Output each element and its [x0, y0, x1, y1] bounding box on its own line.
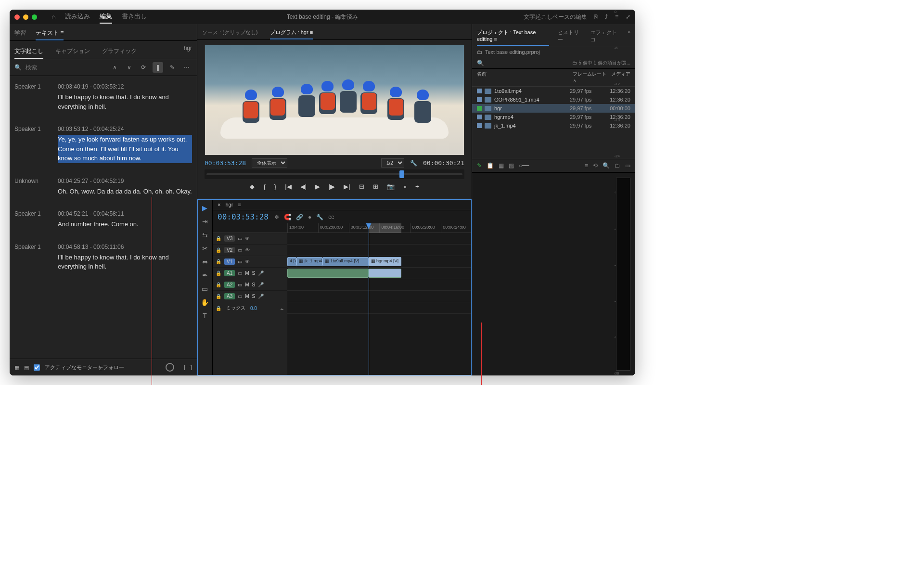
zoom-select[interactable]: 1/2	[381, 158, 404, 168]
in-out-region[interactable]	[369, 223, 402, 233]
bracket-icon[interactable]: [⋯]	[184, 364, 192, 371]
track-v2[interactable]	[287, 245, 472, 256]
play-icon[interactable]: ▶	[315, 183, 320, 190]
freeform-icon[interactable]: ▧	[509, 162, 514, 169]
timeline-timecode[interactable]: 00:03:53:28	[218, 212, 269, 221]
record-icon[interactable]	[166, 363, 174, 372]
segment-text[interactable]: I'll be happy to know that. I do know an…	[58, 253, 192, 271]
zoom-slider[interactable]: ○━━	[519, 162, 529, 169]
track-a1-header[interactable]: 🔒A1▭MS🎤	[213, 268, 287, 279]
wrench-icon[interactable]: 🔧	[410, 160, 417, 167]
view-icon-1[interactable]: ▦	[14, 364, 19, 371]
subtab-transcript[interactable]: 文字起こし	[14, 45, 43, 59]
prev-match-icon[interactable]: ∧	[109, 62, 120, 73]
tab-edit[interactable]: 編集	[100, 10, 112, 24]
subtab-caption[interactable]: キャプション	[55, 45, 90, 59]
link-icon[interactable]: 🔗	[296, 214, 303, 220]
maximize-window-button[interactable]	[32, 14, 37, 20]
marker-icon[interactable]: ●	[308, 214, 311, 220]
tab-export[interactable]: 書き出し	[122, 10, 147, 24]
slip-tool-icon[interactable]: ⇔	[200, 257, 210, 267]
video-preview[interactable]	[205, 45, 464, 155]
step-fwd-icon[interactable]: |▶	[329, 183, 335, 190]
segment-text[interactable]: I'll be happy to know that. I do know an…	[58, 92, 192, 111]
more-transport-icon[interactable]: »	[403, 183, 407, 190]
transcript-segment[interactable]: Speaker 1 00:04:58:13 - 00:05:11:06 I'll…	[14, 244, 192, 271]
lift-icon[interactable]: ⊟	[359, 183, 364, 190]
track-a2-header[interactable]: 🔒A2▭MS🎤	[213, 279, 287, 291]
clip-v1-3[interactable]: ▦ 1to9all.mp4 [V]	[322, 257, 369, 266]
timeline-seq-name[interactable]: hgr	[225, 202, 233, 207]
refresh-icon[interactable]: ⟳	[138, 62, 149, 73]
clip-v1-1[interactable]: 4 [V]	[287, 257, 296, 266]
pause-icon[interactable]: ‖	[153, 62, 163, 73]
track-mix[interactable]	[287, 302, 472, 314]
edit-pencil-icon[interactable]: ✎	[167, 62, 178, 73]
close-window-button[interactable]	[14, 14, 20, 20]
col-framerate[interactable]: フレームレート ∧	[573, 71, 606, 84]
track-v1-header[interactable]: 🔒V1▭👁	[213, 256, 287, 268]
fit-select[interactable]: 全体表示	[252, 158, 287, 168]
close-seq-icon[interactable]: ×	[218, 202, 220, 207]
hand-tool-icon[interactable]: ✋	[200, 297, 210, 307]
tab-learn[interactable]: 学習	[14, 26, 26, 40]
project-item[interactable]: hgr 29,97 fps 00:00:00	[472, 104, 635, 113]
segment-text[interactable]: And number three. Come on.	[58, 219, 192, 229]
home-icon[interactable]: ⌂	[51, 13, 55, 21]
seq-menu-icon[interactable]: ≡	[238, 202, 241, 207]
program-tab[interactable]: プログラム : hgr ≡	[270, 26, 313, 39]
new-item-icon[interactable]: ▭	[625, 162, 630, 169]
share-icon[interactable]: ⤴	[605, 13, 608, 20]
snap-icon[interactable]: ❄	[274, 214, 279, 220]
next-match-icon[interactable]: ∨	[124, 62, 134, 73]
pen-tool-icon[interactable]: ✒	[200, 271, 210, 280]
more-icon[interactable]: ⋯	[181, 62, 192, 73]
ripple-tool-icon[interactable]: ⇆	[200, 230, 210, 240]
transcript-segment[interactable]: Speaker 1 00:04:52:21 - 00:04:58:11 And …	[14, 210, 192, 229]
tab-more[interactable]: »	[628, 26, 630, 46]
extract-icon[interactable]: ⊞	[373, 183, 378, 190]
tab-history[interactable]: ヒストリー	[558, 26, 581, 46]
clip-a1-1[interactable]	[287, 269, 369, 278]
project-search-icon[interactable]: 🔍	[477, 60, 484, 66]
playhead-marker[interactable]	[399, 170, 404, 178]
source-tab[interactable]: ソース : (クリップなし)	[202, 26, 258, 39]
project-item[interactable]: jk_1.mp4 29,97 fps 12:36:20	[472, 121, 635, 130]
sort-icon[interactable]: ≡	[585, 162, 588, 169]
segment-text[interactable]: Oh. Oh, wow. Da da da da da. Oh, oh, oh.…	[58, 187, 192, 196]
clip-v1-2[interactable]: ▦ jk_1.mp4 [V]	[296, 257, 322, 266]
track-select-tool-icon[interactable]: ⇥	[200, 217, 210, 226]
tab-project[interactable]: プロジェクト : Text base editing ≡	[477, 26, 549, 46]
rectangle-tool-icon[interactable]: ▭	[200, 284, 210, 294]
mark-out-icon[interactable]: {	[263, 183, 265, 190]
add-button-icon[interactable]: +	[415, 183, 419, 190]
track-a3-header[interactable]: 🔒A3▭MS🎤	[213, 291, 287, 302]
auto-icon[interactable]: ⟲	[593, 162, 598, 169]
step-back-icon[interactable]: ◀|	[300, 183, 307, 190]
transcript-segment[interactable]: Speaker 1 00:03:40:19 - 00:03:53:12 I'll…	[14, 83, 192, 111]
track-a2[interactable]	[287, 279, 472, 291]
go-out-icon[interactable]: ▶|	[344, 183, 350, 190]
selection-tool-icon[interactable]: ▶	[200, 203, 210, 213]
project-item[interactable]: hgr.mp4 29,97 fps 12:36:20	[472, 113, 635, 121]
track-v3[interactable]	[287, 233, 472, 245]
project-item[interactable]: GOPR8691_1.mp4 29,97 fps 12:36:20	[472, 95, 635, 104]
settings-icon[interactable]: 🔧	[316, 214, 323, 220]
cc-icon[interactable]: cc	[328, 214, 334, 220]
workspace-label[interactable]: 文字起こしベースの編集	[524, 13, 587, 21]
mark-clip-icon[interactable]: }	[274, 183, 276, 190]
quick-export-icon[interactable]: ⎘	[594, 13, 598, 20]
clip-v1-4[interactable]: ▦ hgr.mp4 [V]	[369, 257, 402, 266]
transcript-segment[interactable]: Unknown 00:04:25:27 - 00:04:52:19 Oh. Oh…	[14, 178, 192, 196]
icon-view-icon[interactable]: ▦	[499, 162, 504, 169]
search-input[interactable]	[26, 64, 105, 71]
clip-a1-2[interactable]	[369, 269, 402, 278]
tab-text[interactable]: テキスト ≡	[36, 26, 64, 40]
view-icon-2[interactable]: ▤	[24, 364, 29, 371]
razor-tool-icon[interactable]: ✂	[200, 244, 210, 253]
transcript-segment[interactable]: Speaker 1 00:03:53:12 - 00:04:25:24 Ye, …	[14, 126, 192, 163]
tab-import[interactable]: 読み込み	[65, 10, 90, 24]
scrubber[interactable]	[205, 169, 464, 179]
timecode-left[interactable]: 00:03:53:28	[205, 159, 246, 167]
minimize-window-button[interactable]	[23, 14, 28, 20]
